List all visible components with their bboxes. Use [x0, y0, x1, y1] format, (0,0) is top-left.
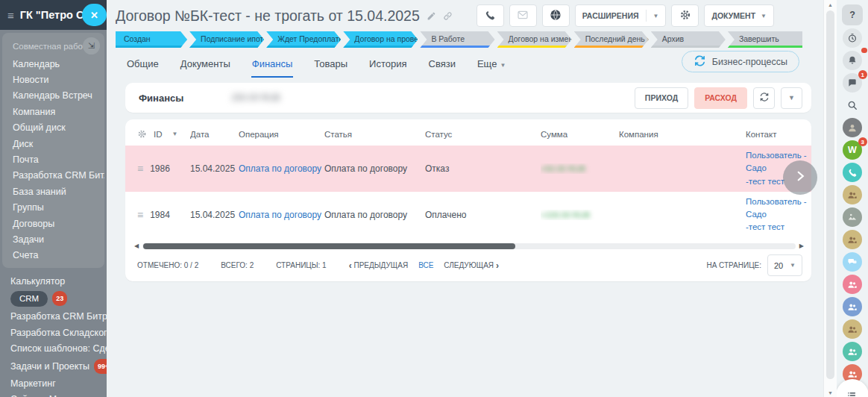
rail-help-button[interactable]: ?	[842, 4, 863, 25]
document-button[interactable]: ДОКУМЕНТ ▼	[704, 4, 774, 27]
stage-done[interactable]: Договор на проверке	[343, 31, 418, 48]
rail-rail-menu-button[interactable]	[837, 379, 868, 397]
next-page-link[interactable]: СЛЕДУЮЩАЯ ›	[444, 260, 499, 271]
rail-notifications-button[interactable]	[843, 51, 862, 70]
column-header-Операция[interactable]: Операция	[239, 130, 324, 139]
call-button[interactable]	[477, 4, 504, 27]
sidebar-item[interactable]: Календарь Встреч	[2, 88, 104, 104]
sidebar-item[interactable]: Задачи и Проекты99+	[0, 357, 107, 375]
sidebar-item[interactable]: Договоры	[2, 216, 104, 231]
rail-workspace-w-button[interactable]: W3	[843, 140, 862, 160]
rail-chat-channel-button[interactable]	[843, 252, 862, 272]
sidebar-item[interactable]: Календарь	[2, 56, 104, 72]
column-header-Статус[interactable]: Статус	[425, 130, 541, 139]
sidebar-item[interactable]: Счета	[2, 248, 104, 263]
vertical-scrollbar-thumb[interactable]	[826, 10, 834, 379]
column-header-Компания[interactable]: Компания	[619, 130, 746, 139]
stage-todo[interactable]: Завершить	[728, 31, 802, 48]
sidebar-item[interactable]: База знаний	[2, 184, 104, 199]
stage-todo[interactable]: В Работе	[420, 31, 494, 48]
horizontal-scrollbar-track[interactable]	[142, 243, 796, 249]
sidebar-item[interactable]: CRM23	[0, 289, 107, 308]
mail-button[interactable]	[509, 4, 537, 27]
sidebar-section-header[interactable]: Совместная работа ▴ ⇲	[2, 34, 104, 56]
copy-link-icon[interactable]	[443, 11, 453, 21]
column-header-Контакт[interactable]: Контакт	[746, 130, 811, 139]
stage-todo[interactable]: Архив	[651, 31, 726, 48]
column-header-id[interactable]: ID▼	[125, 129, 190, 139]
rail-group-teal-button[interactable]	[843, 342, 862, 361]
sidebar-item[interactable]: Диск	[2, 136, 104, 151]
globe-button[interactable]	[542, 4, 570, 27]
column-header-Сумма[interactable]: Сумма	[541, 130, 619, 139]
sidebar-item[interactable]: Задачи	[2, 231, 104, 247]
drag-handle-icon[interactable]: ≡	[137, 163, 143, 174]
sidebar-item[interactable]: Общий диск	[2, 120, 104, 136]
grid-settings-gear-icon[interactable]	[137, 129, 147, 139]
sidebar-item[interactable]: Сайты и Магазины	[0, 392, 107, 397]
sidebar-item[interactable]: Разработка Складского у...	[0, 325, 107, 340]
expense-button[interactable]: РАСХОД	[694, 87, 747, 109]
tab-Товары[interactable]: Товары	[313, 51, 348, 78]
collapse-panel-button[interactable]: ▼	[781, 87, 802, 109]
stage-todo[interactable]: Последний день жизни ...	[574, 31, 649, 48]
rail-photo-avatar-button[interactable]	[843, 207, 862, 227]
column-header-Статья[interactable]: Статья	[324, 130, 425, 139]
rail-group-avatar-3-button[interactable]	[843, 319, 862, 339]
rail-group-avatar-2-button[interactable]	[843, 230, 862, 249]
rail-user-avatar-button[interactable]	[843, 118, 862, 137]
scroll-right-button[interactable]	[783, 160, 817, 195]
horizontal-scrollbar-thumb[interactable]	[143, 243, 515, 249]
sidebar-item[interactable]: Разработка CRM Бит...	[2, 168, 104, 184]
all-pages-link[interactable]: ВСЕ	[418, 261, 433, 269]
rail-group-pink-button[interactable]	[843, 275, 862, 294]
tab-История[interactable]: История	[368, 51, 407, 78]
sidebar-item[interactable]: Разработка CRM Битрикс...	[0, 309, 107, 325]
rail-group-blue-button[interactable]	[843, 297, 862, 316]
scroll-up-arrow-icon[interactable]: ▲	[828, 2, 833, 7]
prev-page-link[interactable]: ‹ ПРЕДЫДУЩАЯ	[349, 260, 408, 271]
sidebar-item[interactable]: Список шаблонов: Сделка	[0, 341, 107, 357]
sidebar-item[interactable]: Группы	[2, 200, 104, 216]
settings-button[interactable]	[671, 4, 699, 27]
scroll-right-arrow-icon[interactable]: ▶	[799, 243, 804, 249]
drag-handle-icon[interactable]: ≡	[137, 210, 143, 220]
tab-Общие[interactable]: Общие	[126, 51, 160, 78]
business-process-button[interactable]: Бизнес-процессы	[682, 51, 799, 72]
icon-landscape-icon	[847, 212, 858, 222]
column-header-Дата[interactable]: Дата	[190, 130, 239, 139]
sidebar-item[interactable]: Новости	[2, 72, 104, 87]
sidebar-item[interactable]: Маркетинг	[0, 375, 107, 391]
stage-done[interactable]: Создан	[116, 31, 187, 48]
tab-Документы[interactable]: Документы	[180, 51, 231, 78]
scroll-left-arrow-icon[interactable]: ◀	[134, 243, 139, 249]
scroll-down-arrow-icon[interactable]: ▼	[828, 390, 833, 396]
sidebar-collapse-button[interactable]: ⇲	[83, 37, 100, 54]
contact-link[interactable]: Пользователь - Садо	[746, 196, 808, 222]
sidebar-close-button[interactable]: ✕	[82, 4, 107, 26]
rail-messenger-button[interactable]: 1	[843, 73, 862, 93]
rail-group-avatar-1-button[interactable]	[843, 185, 862, 204]
tab-Еще[interactable]: Еще▼	[477, 51, 506, 78]
rail-search-button[interactable]	[843, 96, 862, 115]
contact-link[interactable]: -тест тест	[746, 221, 808, 234]
operation-link[interactable]: Оплата по договору	[239, 210, 321, 220]
stage-todo[interactable]: Договор на изменении	[497, 31, 572, 48]
stage-done[interactable]: Подписание ипотеки	[189, 31, 264, 48]
hamburger-icon[interactable]: ≡	[7, 10, 14, 21]
sidebar-item[interactable]: Калькулятор	[0, 273, 107, 289]
rail-time-tracker-button[interactable]	[843, 28, 862, 48]
operation-link[interactable]: Оплата по договору	[239, 163, 321, 174]
vertical-scrollbar-track[interactable]	[824, 9, 837, 389]
tab-Финансы[interactable]: Финансы	[251, 51, 294, 78]
extensions-button[interactable]: РАСШИРЕНИЯ ▼	[575, 4, 667, 27]
income-button[interactable]: ПРИХОД	[635, 87, 688, 109]
sidebar-item[interactable]: Компания	[2, 104, 104, 119]
per-page-select[interactable]: 20 ▼	[767, 254, 802, 276]
edit-pencil-icon[interactable]	[427, 11, 436, 21]
sidebar-item[interactable]: Почта	[2, 151, 104, 167]
refresh-button[interactable]	[753, 87, 775, 109]
stage-done[interactable]: Ждет Предоплаты	[266, 31, 341, 48]
tab-Связи[interactable]: Связи	[428, 51, 456, 78]
rail-telephony-button[interactable]	[843, 163, 862, 182]
